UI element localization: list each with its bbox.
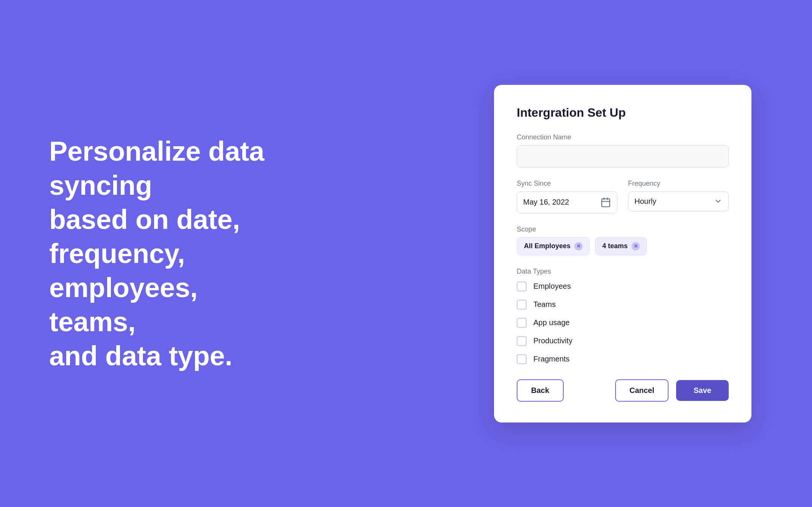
checkbox-employees[interactable] — [517, 282, 527, 291]
frequency-field: Frequency Hourly — [628, 180, 729, 213]
checkbox-item-teams[interactable]: Teams — [517, 300, 729, 310]
hero-text: Personalize data syncing based on date, … — [49, 134, 284, 373]
checkbox-item-employees[interactable]: Employees — [517, 282, 729, 291]
integration-setup-dialog: Intergration Set Up Connection Name Sync… — [494, 85, 751, 422]
checkbox-app-usage-label: App usage — [533, 318, 570, 327]
sync-since-value: May 16, 2022 — [523, 198, 600, 207]
checkbox-teams[interactable] — [517, 300, 527, 310]
scope-tag-4-teams[interactable]: 4 teams ✕ — [595, 237, 647, 255]
connection-name-input[interactable] — [517, 145, 729, 167]
scope-tag-employees-close[interactable]: ✕ — [574, 242, 583, 250]
checkbox-fragments-label: Fragments — [533, 355, 570, 363]
calendar-icon — [600, 197, 611, 208]
scope-label: Scope — [517, 225, 729, 233]
svg-rect-0 — [602, 199, 610, 207]
checkbox-fragments[interactable] — [517, 354, 527, 364]
data-types-list: Employees Teams App usage Productivity F… — [517, 282, 729, 364]
checkbox-item-productivity[interactable]: Productivity — [517, 336, 729, 346]
sync-since-field: Sync Since May 16, 2022 — [517, 180, 617, 213]
checkbox-item-fragments[interactable]: Fragments — [517, 354, 729, 364]
sync-since-label: Sync Since — [517, 180, 617, 188]
hero-line3: employees, teams, — [49, 272, 198, 337]
chevron-down-icon — [714, 197, 722, 205]
sync-since-picker[interactable]: May 16, 2022 — [517, 191, 617, 213]
data-types-section: Data Types Employees Teams App usage Pro… — [517, 268, 729, 364]
scope-tag-teams-label: 4 teams — [602, 242, 628, 250]
checkbox-productivity[interactable] — [517, 336, 527, 346]
back-button[interactable]: Back — [517, 379, 564, 402]
hero-line2: based on date, frequency, — [49, 204, 240, 269]
scope-tag-all-employees[interactable]: All Employees ✕ — [517, 237, 590, 255]
frequency-label: Frequency — [628, 180, 729, 188]
frequency-value: Hourly — [634, 197, 714, 206]
scope-section: Scope All Employees ✕ 4 teams ✕ — [517, 225, 729, 255]
data-types-label: Data Types — [517, 268, 729, 275]
checkbox-productivity-label: Productivity — [533, 336, 572, 345]
save-button[interactable]: Save — [676, 380, 729, 401]
scope-tag-employees-label: All Employees — [524, 242, 570, 250]
hero-line4: and data type. — [49, 341, 232, 371]
dialog-title: Intergration Set Up — [517, 106, 729, 120]
checkbox-teams-label: Teams — [533, 300, 556, 309]
scope-tags-container: All Employees ✕ 4 teams ✕ — [517, 237, 729, 255]
hero-line1: Personalize data syncing — [49, 136, 264, 200]
frequency-select[interactable]: Hourly — [628, 191, 729, 211]
cancel-button[interactable]: Cancel — [615, 379, 669, 402]
checkbox-employees-label: Employees — [533, 282, 571, 291]
checkbox-app-usage[interactable] — [517, 318, 527, 328]
connection-name-label: Connection Name — [517, 133, 729, 141]
sync-frequency-row: Sync Since May 16, 2022 Frequency Hourly — [517, 180, 729, 213]
checkbox-item-app-usage[interactable]: App usage — [517, 318, 729, 328]
dialog-actions: Back Cancel Save — [517, 379, 729, 402]
scope-tag-teams-close[interactable]: ✕ — [631, 242, 640, 250]
